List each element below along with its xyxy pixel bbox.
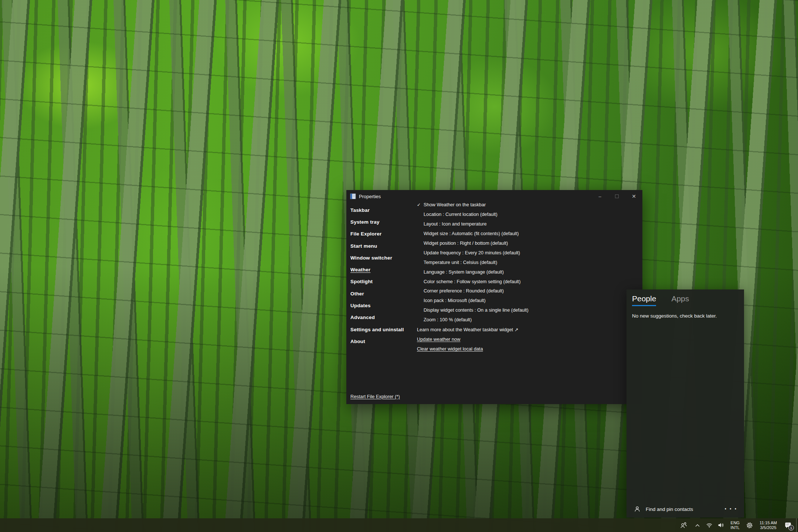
- no-suggestions-message: No new suggestions, check back later.: [632, 313, 717, 319]
- properties-dialog: Properties – ✕ TaskbarSystem trayFile Ex…: [346, 190, 642, 404]
- maximize-icon: [615, 194, 619, 198]
- option-widget-position[interactable]: Widget position : Right / bottom (defaul…: [417, 238, 624, 248]
- option-label: Layout : Icon and temperature: [424, 221, 487, 227]
- option-label: Corner preference : Rounded (default): [424, 288, 504, 294]
- people-button[interactable]: [676, 518, 691, 532]
- option-temperature-unit[interactable]: Temperature unit : Celsius (default): [417, 257, 624, 267]
- dialog-links: Learn more about the Weather taskbar wid…: [417, 325, 624, 354]
- option-location[interactable]: Location : Current location (default): [417, 210, 624, 219]
- option-show-weather-on-the-taskbar[interactable]: ✓Show Weather on the taskbar: [417, 200, 624, 210]
- clock-time: 11:15 AM: [760, 521, 777, 525]
- restart-file-explorer-link[interactable]: Restart File Explorer (*): [350, 394, 400, 399]
- language-line2: INTL: [731, 525, 740, 530]
- language-indicator[interactable]: ENG INTL: [727, 518, 743, 532]
- network-button[interactable]: [704, 518, 715, 532]
- notification-badge: 1: [788, 525, 794, 531]
- clock[interactable]: 11:15 AM 3/5/2025: [756, 518, 781, 532]
- option-layout[interactable]: Layout : Icon and temperature: [417, 219, 624, 229]
- person-icon: [634, 506, 641, 512]
- learn-more-link[interactable]: Learn more about the Weather taskbar wid…: [417, 325, 624, 335]
- settings-tray-button[interactable]: [743, 518, 756, 532]
- option-label: Update frequency : Every 20 minutes (def…: [424, 250, 520, 255]
- system-tray: ENG INTL 11:15 AM 3/5/2025: [676, 518, 798, 532]
- show-hidden-icons-button[interactable]: [691, 518, 704, 532]
- find-and-pin-contacts[interactable]: Find and pin contacts • • •: [626, 501, 744, 518]
- dialog-options: ✓Show Weather on the taskbarLocation : C…: [417, 200, 624, 325]
- wifi-icon: [706, 522, 713, 528]
- option-label: Color scheme : Follow system setting (de…: [424, 279, 520, 284]
- tab-apps-label: Apps: [671, 294, 689, 303]
- show-desktop-button[interactable]: [796, 518, 798, 532]
- option-label: Language : System language (default): [424, 269, 504, 275]
- flyout-tabs: People Apps: [626, 289, 744, 306]
- option-update-frequency[interactable]: Update frequency : Every 20 minutes (def…: [417, 248, 624, 257]
- checkmark-icon: ✓: [417, 202, 424, 207]
- option-color-scheme[interactable]: Color scheme : Follow system setting (de…: [417, 277, 624, 286]
- desktop: Properties – ✕ TaskbarSystem trayFile Ex…: [0, 0, 798, 532]
- minimize-icon: –: [598, 194, 601, 199]
- tab-people-label: People: [632, 294, 656, 303]
- action-center-button[interactable]: 1: [781, 518, 796, 532]
- people-icon: [680, 522, 687, 528]
- update-weather-now-label: Update weather now: [417, 336, 460, 342]
- close-icon: ✕: [632, 193, 636, 199]
- option-language[interactable]: Language : System language (default): [417, 267, 624, 277]
- clock-date: 3/5/2025: [760, 525, 777, 530]
- tab-apps[interactable]: Apps: [671, 294, 689, 306]
- option-label: Display widget contents : On a single li…: [424, 307, 529, 313]
- option-widget-size[interactable]: Widget size : Automatic (fit contents) (…: [417, 229, 624, 238]
- option-label: Widget size : Automatic (fit contents) (…: [424, 231, 519, 236]
- option-label: Widget position : Right / bottom (defaul…: [424, 240, 508, 246]
- volume-button[interactable]: [715, 518, 727, 532]
- people-flyout: People Apps No new suggestions, check ba…: [626, 289, 744, 518]
- option-label: Zoom : 100 % (default): [424, 317, 472, 322]
- active-tab-underline: [632, 305, 656, 306]
- taskbar[interactable]: ENG INTL 11:15 AM 3/5/2025: [0, 518, 798, 532]
- find-and-pin-contacts-label: Find and pin contacts: [646, 506, 693, 512]
- option-zoom[interactable]: Zoom : 100 % (default): [417, 315, 624, 325]
- option-label: Show Weather on the taskbar: [424, 202, 486, 207]
- learn-more-label: Learn more about the Weather taskbar wid…: [417, 327, 518, 332]
- chevron-up-icon: [695, 523, 700, 527]
- clear-weather-data-link[interactable]: Clear weather widget local data: [417, 344, 624, 354]
- option-label: Location : Current location (default): [424, 211, 498, 217]
- option-icon-pack[interactable]: Icon pack : Microsoft (default): [417, 296, 624, 305]
- tab-people[interactable]: People: [632, 294, 656, 306]
- gear-icon: [746, 522, 753, 529]
- option-corner-preference[interactable]: Corner preference : Rounded (default): [417, 286, 624, 296]
- dialog-title: Properties: [359, 194, 381, 199]
- option-label: Temperature unit : Celsius (default): [424, 260, 497, 265]
- clear-weather-data-label: Clear weather widget local data: [417, 346, 483, 352]
- language-line1: ENG: [731, 521, 740, 525]
- speaker-icon: [718, 522, 724, 528]
- update-weather-now-link[interactable]: Update weather now: [417, 335, 624, 344]
- properties-app-icon: [350, 193, 356, 199]
- option-label: Icon pack : Microsoft (default): [424, 298, 486, 303]
- option-display-widget-contents[interactable]: Display widget contents : On a single li…: [417, 305, 624, 315]
- close-button[interactable]: ✕: [625, 190, 642, 203]
- more-options-icon[interactable]: • • •: [725, 506, 737, 512]
